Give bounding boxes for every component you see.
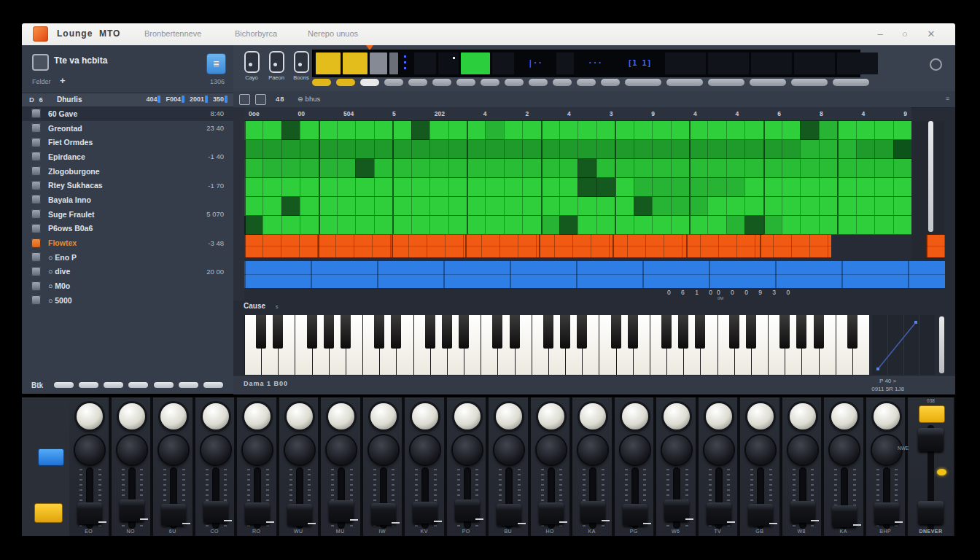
grid-cell[interactable] [522, 159, 540, 178]
tool-boons[interactable]: Boons [289, 51, 314, 81]
grid-cell[interactable] [578, 216, 596, 235]
grid-cell[interactable] [485, 140, 503, 159]
grid-cell[interactable] [355, 197, 373, 216]
grid-cell[interactable] [744, 159, 763, 178]
grid-cell[interactable] [782, 159, 800, 178]
grid-cell[interactable] [392, 216, 411, 235]
grid-cell[interactable] [893, 140, 911, 159]
step-pill-wide[interactable] [791, 79, 828, 86]
step-pill[interactable] [481, 79, 499, 86]
grid-cell[interactable] [504, 121, 522, 140]
step-pill[interactable] [456, 79, 475, 86]
grid-cell[interactable] [429, 140, 448, 159]
grid-cell[interactable] [485, 197, 503, 216]
grid-cell[interactable] [763, 178, 782, 197]
grid-cell[interactable] [671, 178, 689, 197]
grid-cell[interactable] [374, 216, 392, 235]
gain-knob[interactable] [494, 435, 524, 464]
grid-cell[interactable] [744, 140, 763, 159]
grid-cell[interactable] [782, 178, 800, 197]
grid-cell[interactable] [856, 178, 874, 197]
grid-cell[interactable] [392, 197, 411, 216]
track-row[interactable]: Bayala Inno [22, 192, 233, 207]
grid-cell[interactable] [819, 178, 837, 197]
grid-cell[interactable] [837, 178, 855, 197]
grid-cell[interactable] [800, 140, 818, 159]
grid-cell[interactable] [819, 197, 837, 216]
track-row[interactable]: Greontad 23 40 [22, 121, 233, 136]
grid-cell[interactable] [856, 159, 874, 178]
step-pill[interactable] [384, 79, 403, 86]
grid-cell[interactable] [763, 121, 782, 140]
grid-cell[interactable] [689, 159, 707, 178]
grid-cell[interactable] [541, 197, 559, 216]
black-key[interactable] [695, 315, 705, 349]
grid-cell[interactable] [893, 159, 911, 178]
footer-pill[interactable] [203, 382, 223, 388]
grid-cell[interactable] [337, 216, 355, 235]
grid-cell[interactable] [467, 197, 485, 216]
grid-cell[interactable] [596, 216, 615, 235]
grid-cell[interactable] [337, 121, 355, 140]
grid-cell[interactable] [763, 159, 782, 178]
grid-cell[interactable] [448, 178, 467, 197]
grid-cell[interactable] [448, 197, 467, 216]
track-row[interactable]: Flowtex -3 48 [22, 236, 233, 250]
grid-cell[interactable] [300, 197, 318, 216]
grid-cell[interactable] [837, 121, 855, 140]
gain-knob[interactable] [369, 435, 398, 464]
grid-cell[interactable] [800, 197, 818, 216]
grid-cell[interactable] [634, 140, 652, 159]
gain-knob[interactable] [578, 435, 607, 464]
grid-cell[interactable] [874, 159, 892, 178]
grid-cell[interactable] [800, 178, 818, 197]
list-icon[interactable] [239, 94, 250, 105]
grid-cell[interactable] [726, 197, 744, 216]
grid-cell[interactable] [355, 159, 373, 178]
gain-knob[interactable] [327, 435, 356, 464]
grid-cell[interactable] [819, 159, 837, 178]
grid-cell[interactable] [337, 178, 355, 197]
grid-cell[interactable] [596, 159, 615, 178]
step-pill[interactable] [529, 79, 548, 86]
velocity-curve-panel[interactable] [872, 315, 935, 375]
grid-cell[interactable] [300, 140, 318, 159]
grid-cell[interactable] [355, 121, 373, 140]
black-key[interactable] [560, 315, 570, 349]
grid-cell[interactable] [429, 178, 448, 197]
grid-cell[interactable] [467, 159, 485, 178]
pan-knob[interactable] [706, 403, 732, 429]
gain-knob[interactable] [704, 435, 734, 464]
grid-cell[interactable] [429, 216, 448, 235]
grid-cell[interactable] [856, 140, 874, 159]
grid-cell[interactable] [634, 216, 652, 235]
grid-cell[interactable] [689, 178, 707, 197]
grid-cell[interactable] [689, 140, 707, 159]
maximize-button[interactable]: ○ [897, 27, 913, 42]
grid-cell[interactable] [541, 121, 559, 140]
grid-cell[interactable] [355, 140, 373, 159]
keyboard-scrollbar[interactable] [939, 316, 944, 373]
orange-region[interactable] [926, 235, 945, 257]
black-key[interactable] [746, 315, 756, 349]
grid-cell[interactable] [671, 140, 689, 159]
grid-cell[interactable] [874, 216, 892, 235]
grid-cell[interactable] [485, 159, 503, 178]
grid-cell[interactable] [504, 140, 522, 159]
grid-cell[interactable] [856, 197, 874, 216]
pan-knob[interactable] [874, 403, 900, 429]
orange-region[interactable] [244, 235, 831, 257]
step-pill-wide[interactable] [750, 79, 786, 86]
grid-cell[interactable] [615, 216, 633, 235]
grid-cell[interactable] [615, 178, 633, 197]
gain-knob[interactable] [788, 435, 817, 464]
grid-cell[interactable] [837, 216, 855, 235]
grid-cell[interactable] [541, 216, 559, 235]
footer-pill[interactable] [128, 382, 148, 388]
grid-cell[interactable] [782, 121, 800, 140]
grid-cell[interactable] [578, 178, 596, 197]
pan-knob[interactable] [287, 403, 313, 429]
black-key[interactable] [779, 315, 790, 349]
pan-knob[interactable] [747, 403, 774, 429]
grid-cell[interactable] [541, 159, 559, 178]
